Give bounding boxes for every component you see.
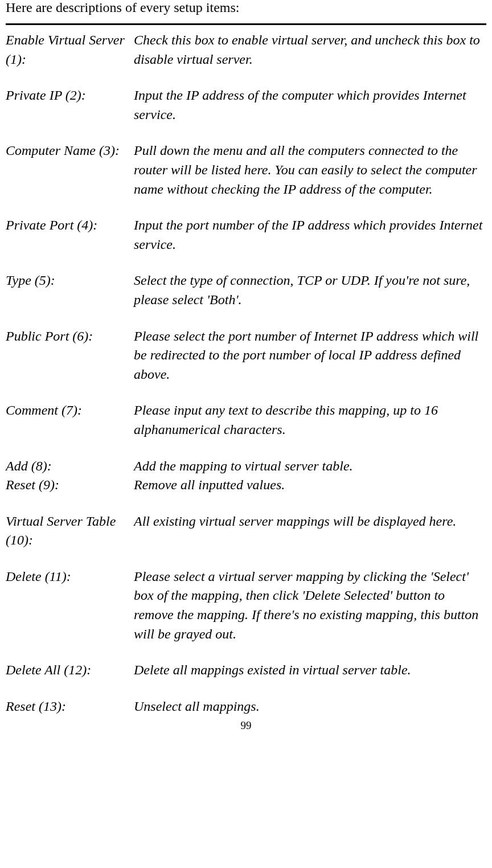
term: Delete All (12): xyxy=(6,661,134,680)
term: Reset (13): xyxy=(6,697,134,716)
term: Add (8): xyxy=(6,457,134,476)
row-computer-name: Computer Name (3): Pull down the menu an… xyxy=(6,141,486,199)
term: Reset (9): xyxy=(6,476,134,495)
document-page: Here are descriptions of every setup ite… xyxy=(0,0,492,732)
term: Computer Name (3): xyxy=(6,141,134,199)
description: Please input any text to describe this m… xyxy=(134,401,486,439)
row-comment: Comment (7): Please input any text to de… xyxy=(6,401,486,439)
page-number: 99 xyxy=(6,719,486,732)
description: Check this box to enable virtual server,… xyxy=(134,31,486,69)
row-public-port: Public Port (6): Please select the port … xyxy=(6,327,486,384)
row-delete-all: Delete All (12): Delete all mappings exi… xyxy=(6,661,486,680)
description: Delete all mappings existed in virtual s… xyxy=(134,661,486,680)
row-add: Add (8): Add the mapping to virtual serv… xyxy=(6,457,486,476)
description: All existing virtual server mappings wil… xyxy=(134,512,486,550)
description: Add the mapping to virtual server table. xyxy=(134,457,486,476)
row-delete: Delete (11): Please select a virtual ser… xyxy=(6,567,486,644)
term: Private Port (4): xyxy=(6,216,134,254)
description: Input the IP address of the computer whi… xyxy=(134,86,486,124)
row-private-port: Private Port (4): Input the port number … xyxy=(6,216,486,254)
row-virtual-server-table: Virtual Server Table (10): All existing … xyxy=(6,512,486,550)
term: Type (5): xyxy=(6,271,134,309)
row-enable-virtual-server: Enable Virtual Server (1): Check this bo… xyxy=(6,31,486,69)
row-type: Type (5): Select the type of connection,… xyxy=(6,271,486,309)
definitions-table: Enable Virtual Server (1): Check this bo… xyxy=(6,31,486,716)
description: Please select the port number of Interne… xyxy=(134,327,486,384)
intro-text: Here are descriptions of every setup ite… xyxy=(6,0,486,15)
term: Enable Virtual Server (1): xyxy=(6,31,134,69)
term: Delete (11): xyxy=(6,567,134,644)
description: Remove all inputted values. xyxy=(134,476,486,495)
description: Unselect all mappings. xyxy=(134,697,486,716)
term: Virtual Server Table (10): xyxy=(6,512,134,550)
section-divider xyxy=(6,23,486,25)
description: Input the port number of the IP address … xyxy=(134,216,486,254)
row-reset-1: Reset (9): Remove all inputted values. xyxy=(6,476,486,495)
term: Comment (7): xyxy=(6,401,134,439)
row-reset-2: Reset (13): Unselect all mappings. xyxy=(6,697,486,716)
row-private-ip: Private IP (2): Input the IP address of … xyxy=(6,86,486,124)
term: Private IP (2): xyxy=(6,86,134,124)
description: Pull down the menu and all the computers… xyxy=(134,141,486,199)
description: Please select a virtual server mapping b… xyxy=(134,567,486,644)
term: Public Port (6): xyxy=(6,327,134,384)
description: Select the type of connection, TCP or UD… xyxy=(134,271,486,309)
